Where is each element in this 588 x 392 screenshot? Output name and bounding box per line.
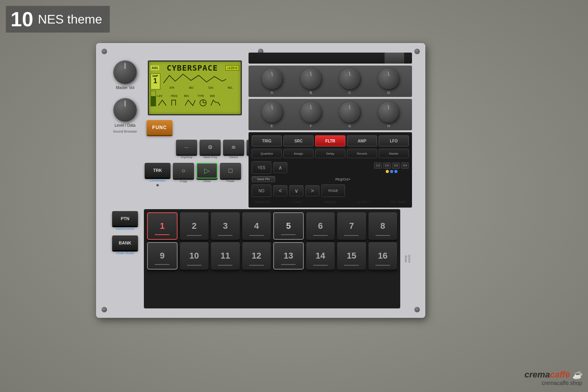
direct-button[interactable]: ≋: [223, 140, 244, 155]
pad-6-underline: [313, 235, 328, 236]
pad-11-number: 11: [221, 251, 230, 261]
trig-button[interactable]: TRIG: [252, 135, 282, 146]
quick-mute-col: Quick Mute: [403, 209, 412, 308]
yes-button[interactable]: YES: [252, 161, 271, 174]
quick-mute-label: Quick Mute: [404, 255, 411, 263]
lcd-shape1: [158, 98, 169, 106]
ptn-button[interactable]: PTN: [112, 211, 138, 226]
pad-2[interactable]: 2: [180, 212, 209, 240]
pad-10-underline: [187, 265, 201, 266]
pitch-slider[interactable]: [249, 53, 412, 64]
knob-d[interactable]: [378, 69, 399, 89]
fltr-button[interactable]: FLTR: [315, 135, 345, 146]
save-proj-label: Save Proj: [203, 155, 217, 159]
no-row: NO < ∨ > PAGE: [252, 184, 409, 197]
imp-exp-label: Imp/Exp: [181, 155, 192, 159]
lfo-button[interactable]: LFO: [379, 135, 409, 146]
master-vol-label: Master Vol: [116, 86, 134, 90]
left-column: Master Vol Level / Data Sound Browser: [109, 53, 141, 208]
pad-1[interactable]: 1: [147, 212, 178, 240]
knob-b-label: B: [310, 91, 312, 95]
brand-logo: cremacaffè ☕: [524, 370, 582, 380]
nav-down-button[interactable]: ∨: [289, 185, 303, 196]
ptn-group: PTN Metronome: [112, 211, 138, 231]
level-data-knob[interactable]: [113, 98, 137, 122]
knob-f-label: F: [310, 124, 312, 128]
pad-8[interactable]: 8: [368, 212, 397, 240]
pad-7-number: 7: [349, 221, 354, 231]
pad-4[interactable]: 4: [242, 212, 271, 240]
knob-col-h: H: [378, 102, 399, 128]
knob-col-f: F: [301, 102, 321, 128]
nav-up-button[interactable]: ∧: [273, 162, 287, 173]
direct-label: Direct: [230, 155, 238, 159]
pad-6[interactable]: 6: [306, 212, 335, 240]
pitch-slider-handle[interactable]: [385, 53, 404, 64]
knob-h[interactable]: [378, 102, 399, 122]
no-button[interactable]: NO: [252, 184, 271, 197]
rtrg-oct-minus-label: Rtrg/Oct-: [324, 200, 337, 204]
knob-b[interactable]: [301, 69, 321, 89]
master-button[interactable]: Master: [379, 149, 409, 158]
src-button[interactable]: SRC: [283, 135, 314, 146]
bank-button[interactable]: BANK: [112, 235, 138, 250]
clear-button[interactable]: ▷: [196, 163, 218, 179]
knob-g[interactable]: [339, 102, 360, 122]
knob-d-label: D: [387, 91, 390, 95]
page-button[interactable]: PAGE: [321, 184, 345, 197]
pad-9-number: 9: [160, 251, 165, 261]
save-proj-button[interactable]: ⚙: [200, 140, 221, 155]
level-data-label: Level / Data: [114, 123, 135, 128]
save-ptn-button[interactable]: Save Ptn: [252, 176, 275, 182]
pad-7[interactable]: 7: [337, 212, 366, 240]
pad-12-underline: [249, 265, 264, 266]
paste-button[interactable]: □: [220, 163, 241, 179]
knob-g-label: G: [348, 124, 351, 128]
delay-button[interactable]: Delay: [315, 149, 345, 158]
pad-3[interactable]: 3: [211, 212, 240, 240]
time-labels-row: 1:2 2:4 3:4 4:4: [374, 162, 409, 169]
level-data-group: Level / Data Sound Browser: [113, 98, 137, 133]
knob-a[interactable]: [262, 69, 282, 89]
footer-brand: cremacaffè ☕ cremacaffe.shop: [524, 370, 582, 386]
paste-label: Paste: [227, 179, 234, 183]
knob-f[interactable]: [301, 102, 321, 122]
bank-group: BANK Mute Mode: [112, 235, 138, 255]
nav-row: YES ∧ 1:2 2:4 3:4: [252, 161, 409, 174]
pad-14[interactable]: 14: [306, 242, 335, 270]
trk-sub-label: Chromatic: [149, 179, 165, 182]
pad-2-underline: [187, 235, 201, 236]
quantize-button[interactable]: Quantize: [252, 149, 282, 158]
pad-3-number: 3: [223, 221, 228, 231]
pad-13[interactable]: 13: [273, 242, 304, 270]
master-vol-knob[interactable]: [113, 60, 137, 84]
top-knobs-row: A B C D: [249, 66, 412, 97]
reverb-button[interactable]: Reverb: [347, 149, 377, 158]
knob-h-label: H: [387, 124, 390, 128]
copy-button[interactable]: ○: [173, 163, 194, 179]
pad-5[interactable]: 5: [273, 212, 304, 240]
pads-section: 1 2 3 4: [144, 209, 400, 308]
knob-e[interactable]: [262, 102, 282, 122]
pad-15[interactable]: 15: [337, 242, 366, 270]
pad-8-number: 8: [380, 221, 385, 231]
pad-11[interactable]: 11: [211, 242, 240, 270]
pad-9[interactable]: 9: [147, 242, 178, 270]
nav-right-button[interactable]: >: [305, 185, 319, 196]
gear-icon: ⚙: [208, 144, 213, 150]
nav-left-button[interactable]: <: [273, 185, 287, 196]
pad-16[interactable]: 16: [368, 242, 397, 270]
pad-12[interactable]: 12: [242, 242, 271, 270]
metronome-label: Metronome: [116, 227, 134, 231]
time-44: 4:4: [401, 162, 409, 169]
pad-10[interactable]: 10: [180, 242, 209, 270]
func-button[interactable]: FUNC: [147, 120, 172, 135]
knob-c[interactable]: [339, 69, 360, 89]
trk-button[interactable]: TRK: [145, 163, 171, 178]
nav-bottom-labels: Reload Ptn μ Time - Rtrg/Oct- μ Time + F…: [252, 199, 409, 204]
amp-button[interactable]: AMP: [347, 135, 377, 146]
imp-exp-button[interactable]: ···: [176, 140, 197, 155]
mu-time-plus-label: μ Time +: [358, 200, 370, 204]
assign-button[interactable]: Assign: [283, 149, 314, 158]
pad-5-underline: [281, 234, 296, 235]
